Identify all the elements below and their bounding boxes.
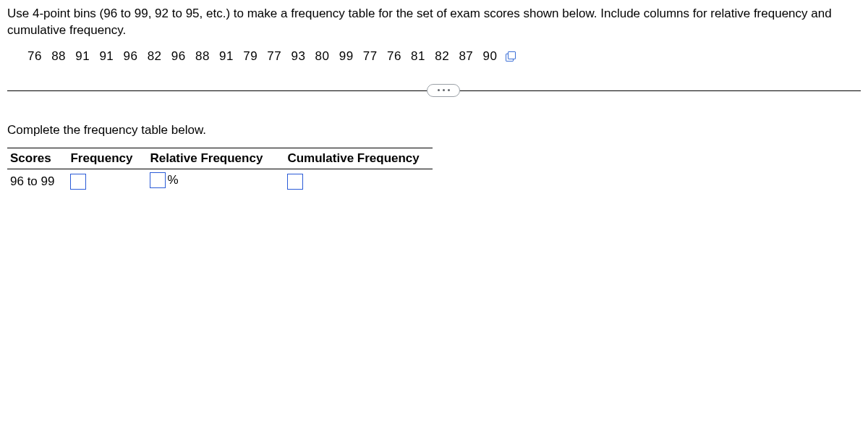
- dot-icon: [443, 89, 445, 91]
- percent-symbol: %: [167, 173, 178, 187]
- copy-icon[interactable]: [506, 51, 516, 62]
- expand-button[interactable]: [427, 84, 460, 97]
- frequency-table: Scores Frequency Relative Frequency Cumu…: [7, 148, 433, 195]
- cell-scores: 96 to 99: [7, 169, 67, 195]
- dot-icon: [438, 89, 440, 91]
- header-relative-frequency: Relative Frequency: [147, 148, 284, 169]
- cumulative-frequency-input[interactable]: [287, 174, 303, 190]
- relative-frequency-input[interactable]: [150, 172, 166, 188]
- question-text: Use 4-point bins (96 to 99, 92 to 95, et…: [7, 6, 861, 39]
- header-scores: Scores: [7, 148, 67, 169]
- header-cumulative-frequency: Cumulative Frequency: [284, 148, 432, 169]
- dataset-values: 76 88 91 91 96 82 96 88 91 79 77 93 80 9…: [27, 49, 497, 64]
- header-frequency: Frequency: [67, 148, 147, 169]
- frequency-input[interactable]: [70, 174, 86, 190]
- instruction-text: Complete the frequency table below.: [7, 123, 861, 138]
- dot-icon: [448, 89, 450, 91]
- table-row: 96 to 99 %: [7, 169, 433, 195]
